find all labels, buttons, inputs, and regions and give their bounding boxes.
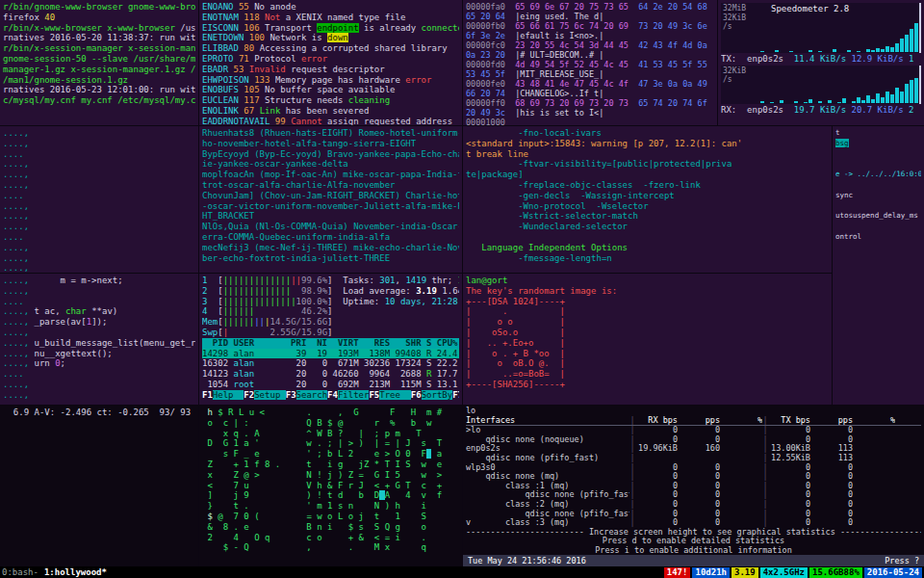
terminal-line — [835, 201, 921, 212]
byobu-terminal-session: r/bin/gnome-www-browser gnome-www-browse… — [0, 0, 924, 578]
terminal-line: s F _ e ' ; b L 2 e > O 0 F a — [202, 449, 459, 460]
terminal-line: HT_BRACKET — [202, 211, 459, 222]
terminal-line: D G 1 a ' w . ; | > ) | = | J s T — [202, 438, 459, 449]
terminal-line: te|package] — [466, 170, 829, 180]
graph-bar — [861, 100, 865, 103]
graph-bar — [886, 92, 889, 103]
pane-mplayer-status[interactable]: 6.9 A-V: -2.496 ct: -0.265 93/ 93 1 — [0, 406, 198, 566]
terminal-line: The key's randomart image is: — [466, 286, 829, 297]
pane-speedometer[interactable]: Speedometer 2.8 32MiB 32KiB /s TX: enp0s… — [718, 0, 924, 125]
terminal-line: .... — [3, 232, 195, 243]
terminal-line: firefox 40 — [3, 13, 195, 23]
terminal-line: 3 [||||||||||||||100.0%] Uptime: 10 days… — [202, 297, 459, 307]
terminal-line: ENETDOWN 100 Network is down — [202, 33, 459, 43]
graph-bar — [900, 39, 904, 52]
pane-phonetic-passwords[interactable]: Rhuenhats8 (Rhuen-hats-EIGHT) Romeo-hote… — [199, 126, 462, 273]
scale-label: 32KiB — [723, 66, 746, 76]
graph-bar — [886, 46, 889, 52]
terminal-line: 00000fb0 65 66 61 75 6c 74 20 69 73 20 4… — [466, 21, 714, 40]
terminal-line: -Wno-protocol -Wselector — [466, 201, 829, 212]
terminal-line: ...., — [3, 328, 195, 338]
bmon-statusbar: Tue May 24 21:56:46 2016 Press ? — [463, 555, 924, 566]
graph-bar — [871, 50, 875, 52]
terminal-line: ...., — [3, 211, 195, 222]
terminal-line: -Wundeclared-selector — [466, 222, 829, 232]
rx-caption: RX: enp0s2s 19.7 KiB/s 20.7 KiB/s 2 — [721, 105, 921, 116]
terminal-line: 2 [||||||||||||| 98.9%] Load average: 3.… — [202, 286, 459, 297]
graph-bar — [842, 98, 846, 103]
bmon-row: qdisc none (pfifo_fast)│00│00 — [466, 490, 921, 500]
terminal-line: ...., — [3, 128, 195, 139]
graph-bar — [905, 84, 909, 103]
terminal-line — [835, 159, 921, 170]
pane-gcc-options[interactable]: -fno-local-ivars<standard input>:15843: … — [463, 126, 832, 273]
bmon-row: class :2 (mq)│00│00 — [466, 500, 921, 510]
terminal-line: ie-yankee-oscar-yankee-delta — [202, 159, 459, 170]
graph-bar — [857, 97, 860, 103]
terminal-line: EADDRNOTAVAIL 99 Cannot assign requested… — [202, 117, 459, 125]
graph-bar — [876, 48, 880, 52]
c-source-text: ...., m = m->next;....,........, t ac, c… — [3, 276, 195, 401]
terminal-line: ...., t ac, char **av) — [3, 306, 195, 317]
graph-bar — [866, 49, 870, 52]
pane-bmon[interactable]: lo Interfaces│RX bpspps%│TX bpspps%>lo│0… — [463, 406, 924, 566]
graph-bar — [833, 49, 836, 52]
scale-label: /s — [723, 75, 746, 85]
graph-bar — [866, 95, 870, 103]
gcc-options-text: -fno-local-ivars<standard input>:15843: … — [466, 128, 829, 263]
pane-ssh-randomart[interactable]: lan@gortThe key's randomart image is:+--… — [463, 274, 832, 405]
graph-bar — [789, 51, 793, 52]
pane-htop[interactable]: 1 [|||||||||||||||99.6%] Tasks: 301, 141… — [199, 274, 462, 405]
terminal-line: t — [835, 128, 921, 139]
terminal-line: 2 4 O q c o + & < = i . — [202, 533, 459, 543]
terminal-line: rnatives 2016-05-20 11:38:37: run with — [3, 33, 195, 43]
terminal-line: 00000ff0 68 69 73 20 69 73 20 73 65 74 2… — [466, 98, 714, 118]
graph-bar — [881, 97, 885, 103]
graph-bar — [871, 99, 875, 103]
terminal-line: trot-oscar-alfa-charlie-Alfa-november — [202, 180, 459, 191]
pane-sysfs-listing[interactable]: tbsg e -> ../../../16:0:0:0 sync utosusp… — [833, 126, 924, 405]
terminal-line: EBADR 53 Invalid request descriptor — [202, 65, 459, 75]
pane-cmatrix[interactable]: h $ R L u < . , G F H m # o c | : Q B $ … — [199, 406, 462, 566]
terminal-line: 00000fc0 23 20 55 4c 54 3d 44 45 42 43 4… — [466, 40, 714, 60]
terminal-line: | .. +.Eo+o | — [466, 338, 829, 349]
terminal-line: ENOBUFS 105 No buffer space available — [202, 85, 459, 95]
graph-bar — [818, 101, 822, 103]
status-badge: 15.6GB88% — [809, 567, 862, 578]
terminal-line: utosuspend_delay_ms — [835, 211, 921, 222]
bmon-row: wlp3s0│00│00 — [466, 463, 921, 473]
pane-c-source[interactable]: ...., m = m->next;....,........, t ac, c… — [0, 274, 198, 405]
graph-bar — [910, 80, 913, 103]
terminal-line: ...., — [3, 180, 195, 191]
terminal-line: .... — [3, 149, 195, 160]
graph-bar — [895, 43, 899, 52]
pane-alternatives-log[interactable]: r/bin/gnome-www-browser gnome-www-browse… — [0, 0, 198, 125]
pane-dotted-output[interactable]: ....,....,........,....,....,........,..… — [0, 126, 198, 273]
terminal-line: ENOANO 55 No anode — [202, 2, 459, 13]
terminal-line: ENOTNAM 118 Not a XENIX named type file — [202, 13, 459, 23]
status-badge: 3.19 — [732, 567, 758, 578]
window-list: 0:bash-1:hollywood* — [2, 566, 113, 578]
cmatrix-text: h $ R L u < . , G F H m # o c | : Q B $ … — [202, 407, 459, 553]
mplayer-status-text: 6.9 A-V: -2.496 ct: -0.265 93/ 93 1 — [3, 407, 195, 418]
terminal-line: ...., — [3, 170, 195, 180]
terminal-line: 00000fa0 65 69 6e 67 20 75 73 65 64 2e 2… — [466, 2, 714, 21]
sysfs-listing-text: tbsg e -> ../../../16:0:0:0 sync utosusp… — [835, 128, 921, 243]
bmon-row: qdisc none (noqueue)│00│00 — [466, 435, 921, 445]
terminal-line: | o oB.O @. | — [466, 358, 829, 369]
pane-hexdump[interactable]: 00000fa0 65 69 6e 67 20 75 73 65 64 2e 2… — [463, 0, 717, 125]
tmux-window-previous[interactable]: 0:bash- — [2, 567, 38, 577]
terminal-line: Mem[|||||||||14.5G/15.6G] — [202, 317, 459, 328]
terminal-line: PID USER PRI NI VIRT RES SHR S CPU% MEM — [202, 338, 459, 349]
rx-bars — [757, 67, 918, 103]
terminal-line: ho-november-hotel-alfa-tango-sierra-EIGH… — [202, 139, 459, 149]
terminal-line: 1054 root 20 0 692M 213M 115M S 13.1 1. — [202, 380, 459, 390]
terminal-line: ...., m = m->next; — [3, 276, 195, 286]
bmon-press-d: Press d to enable detailed statistics — [466, 537, 921, 546]
errno-list-text: ENOANO 55 No anodeENOTNAM 118 Not a XENI… — [202, 2, 459, 125]
graph-bar — [900, 92, 904, 103]
pane-errno-list[interactable]: ENOANO 55 No anodeENOTNAM 118 Not a XENI… — [199, 0, 462, 125]
htop-text: 1 [|||||||||||||||99.6%] Tasks: 301, 141… — [202, 276, 459, 401]
tmux-window-current[interactable]: 1:hollywood* — [44, 567, 107, 577]
graph-bar — [876, 93, 880, 103]
